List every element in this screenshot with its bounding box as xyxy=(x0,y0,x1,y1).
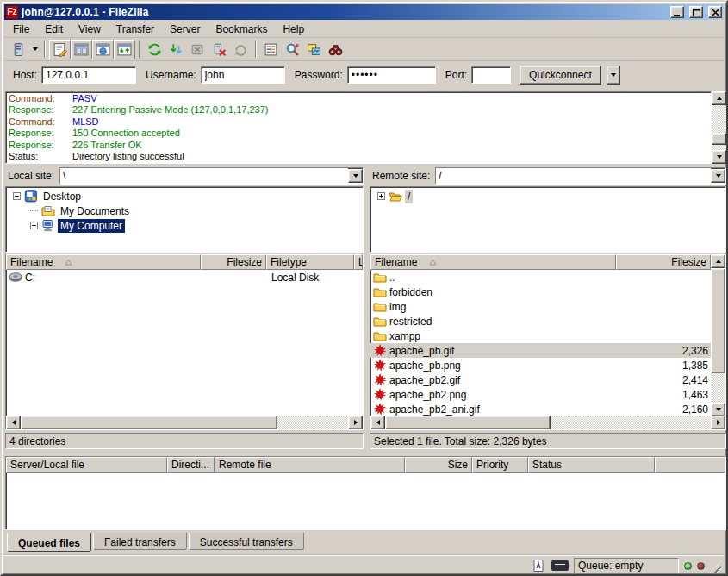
column-header-priority[interactable]: Priority xyxy=(472,457,528,473)
disconnect-button[interactable] xyxy=(208,40,230,59)
scrollbar-thumb[interactable] xyxy=(712,133,726,145)
menu-bookmarks[interactable]: Bookmarks xyxy=(208,22,275,37)
column-header-filename[interactable]: Filename xyxy=(6,254,201,270)
username-input[interactable] xyxy=(201,66,285,84)
cancel-button[interactable] xyxy=(187,40,208,59)
combo-dropdown-button[interactable] xyxy=(348,169,363,183)
column-header-direction[interactable]: Directi... xyxy=(167,457,215,473)
scrollbar-thumb[interactable] xyxy=(385,416,551,429)
remote-file-row[interactable]: apache_pb2_ani.gif 2,160 xyxy=(370,402,711,416)
maximize-button[interactable] xyxy=(689,6,703,18)
log-scrollbar[interactable] xyxy=(712,91,726,164)
speed-limits-icon[interactable] xyxy=(551,560,569,571)
quickconnect-button[interactable]: Quickconnect xyxy=(520,66,601,85)
remote-site-bar: Remote site: / xyxy=(370,167,726,185)
scrollbar-thumb[interactable] xyxy=(21,416,277,429)
scroll-up-button[interactable] xyxy=(711,254,725,268)
local-site-label: Local site: xyxy=(5,170,59,182)
expand-icon[interactable] xyxy=(30,222,38,229)
folder-icon xyxy=(373,271,387,284)
close-button[interactable] xyxy=(708,6,722,18)
host-input[interactable] xyxy=(41,66,136,84)
activity-led-red xyxy=(697,562,705,570)
column-header-server-local-file[interactable]: Server/Local file xyxy=(6,457,167,473)
minimize-button[interactable] xyxy=(670,6,684,18)
toggle-remote-tree-button[interactable] xyxy=(92,40,114,59)
scroll-up-button[interactable] xyxy=(712,91,726,105)
local-list-hscrollbar[interactable] xyxy=(6,416,363,429)
remote-file-row-selected[interactable]: apache_pb.gif 2,326 xyxy=(370,343,711,358)
scroll-left-button[interactable] xyxy=(370,416,385,429)
toggle-queue-button[interactable] xyxy=(114,40,135,59)
password-input[interactable] xyxy=(347,66,436,84)
column-header-filesize[interactable]: Filesize xyxy=(616,254,711,270)
site-manager-dropdown[interactable] xyxy=(29,40,40,59)
local-status-bar: 4 directories xyxy=(5,433,364,449)
column-header-filetype[interactable]: Filetype xyxy=(266,254,354,270)
toggle-message-log-button[interactable] xyxy=(49,40,71,59)
combo-dropdown-button[interactable] xyxy=(711,169,725,183)
remote-list-hscrollbar[interactable] xyxy=(370,416,725,429)
menu-view[interactable]: View xyxy=(71,22,109,37)
column-header-filename[interactable]: Filename xyxy=(370,254,616,270)
remote-file-row[interactable]: img xyxy=(370,299,711,314)
transfer-type-button[interactable] xyxy=(531,559,546,573)
app-logo-icon[interactable]: Fz xyxy=(6,6,18,18)
menu-help[interactable]: Help xyxy=(275,22,312,37)
quickconnect-dropdown[interactable] xyxy=(607,66,620,85)
menu-edit[interactable]: Edit xyxy=(37,22,71,37)
remote-site-combobox[interactable]: / xyxy=(435,167,726,185)
port-input[interactable] xyxy=(471,66,511,84)
resize-grip[interactable] xyxy=(710,561,721,573)
toggle-local-tree-button[interactable] xyxy=(71,40,92,59)
folder-open-icon xyxy=(389,190,402,203)
transfer-queue[interactable]: Server/Local file Directi... Remote file… xyxy=(5,456,726,530)
column-header-status[interactable]: Status xyxy=(528,457,655,473)
process-queue-button[interactable] xyxy=(165,40,187,59)
tab-queued-files[interactable]: Queued files xyxy=(7,533,91,552)
local-file-row[interactable]: C: Local Disk xyxy=(6,270,363,285)
tree-item-desktop[interactable]: Desktop xyxy=(6,189,363,203)
binoculars-icon xyxy=(328,42,343,57)
arrow-left-icon xyxy=(376,420,380,425)
remote-file-row[interactable]: apache_pb2.png 1,463 xyxy=(370,387,711,402)
column-header-last-modified[interactable]: L xyxy=(354,254,363,270)
refresh-button[interactable] xyxy=(144,40,165,59)
scroll-down-button[interactable] xyxy=(712,150,726,164)
scroll-down-button[interactable] xyxy=(711,403,725,416)
tab-failed-transfers[interactable]: Failed transfers xyxy=(93,533,187,550)
tree-item-root[interactable]: / xyxy=(370,189,725,203)
remote-file-row[interactable]: xampp xyxy=(370,329,711,343)
menu-server[interactable]: Server xyxy=(162,22,208,37)
scrollbar-thumb[interactable] xyxy=(711,268,725,373)
column-header-size[interactable]: Size xyxy=(405,457,472,473)
remote-list-vscrollbar[interactable] xyxy=(711,254,725,416)
find-files-button[interactable] xyxy=(282,40,303,59)
synchronized-browsing-button[interactable] xyxy=(325,40,346,59)
reconnect-button[interactable] xyxy=(230,40,252,59)
site-manager-button[interactable] xyxy=(8,40,29,59)
local-site-combobox[interactable]: \ xyxy=(59,167,364,185)
column-header-remote-file[interactable]: Remote file xyxy=(215,457,405,473)
tree-item-my-documents[interactable]: My Documents xyxy=(6,203,363,218)
scroll-right-button[interactable] xyxy=(711,416,725,429)
column-header-filesize[interactable]: Filesize xyxy=(201,254,266,270)
remote-file-row[interactable]: apache_pb2.gif 2,414 xyxy=(370,373,711,387)
menu-file[interactable]: File xyxy=(5,22,37,37)
tab-successful-transfers[interactable]: Successful transfers xyxy=(189,533,304,550)
collapse-icon[interactable] xyxy=(13,192,21,200)
menu-transfer[interactable]: Transfer xyxy=(109,22,162,37)
scroll-left-button[interactable] xyxy=(6,416,21,429)
remote-file-row[interactable]: restricted xyxy=(370,314,711,329)
remote-file-row[interactable]: apache_pb.png 1,385 xyxy=(370,358,711,373)
remote-file-row[interactable]: forbidden xyxy=(370,285,711,299)
expand-icon[interactable] xyxy=(377,192,385,200)
titlebar[interactable]: Fz john@127.0.0.1 - FileZilla xyxy=(4,4,724,20)
tree-item-my-computer[interactable]: My Computer xyxy=(6,218,363,233)
site-manager-icon xyxy=(11,42,26,57)
directory-listing-filter-button[interactable] xyxy=(260,40,282,59)
folder-icon xyxy=(373,300,387,313)
remote-file-row[interactable]: .. xyxy=(370,270,711,285)
directory-comparison-button[interactable] xyxy=(303,40,325,59)
scroll-right-button[interactable] xyxy=(348,416,363,429)
